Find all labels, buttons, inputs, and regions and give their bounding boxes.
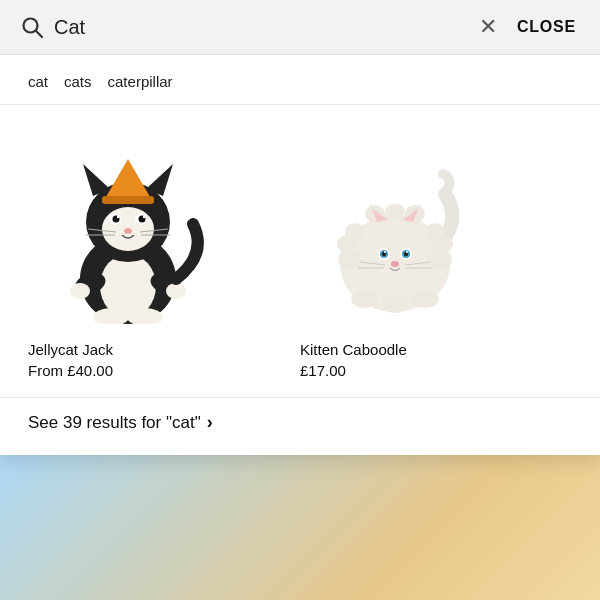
svg-point-48: [406, 251, 408, 253]
clear-button[interactable]: ✕: [473, 14, 503, 40]
svg-point-13: [143, 216, 145, 218]
svg-point-49: [391, 261, 399, 267]
svg-point-47: [384, 251, 386, 253]
svg-point-37: [351, 290, 379, 308]
product-name-kitten-caboodle: Kitten Caboodle: [300, 341, 572, 358]
clear-icon: ✕: [479, 14, 497, 40]
see-results-text: See 39 results for "cat": [28, 413, 201, 433]
svg-point-40: [365, 231, 425, 287]
close-button[interactable]: CLOSE: [513, 18, 580, 36]
product-card-jellycat-jack[interactable]: Jellycat Jack From £40.00: [28, 129, 300, 379]
suggestion-cats[interactable]: cats: [64, 73, 92, 90]
search-icon: [20, 15, 44, 39]
svg-marker-19: [103, 159, 153, 202]
svg-point-30: [345, 223, 365, 241]
svg-point-38: [381, 295, 409, 313]
product-image-jellycat-jack: [28, 129, 228, 329]
svg-rect-20: [102, 196, 154, 204]
svg-line-1: [36, 31, 42, 37]
product-price-kitten-caboodle: £17.00: [300, 362, 572, 379]
suggestion-cat[interactable]: cat: [28, 73, 48, 90]
svg-point-33: [425, 223, 445, 241]
svg-point-24: [166, 283, 186, 299]
product-card-kitten-caboodle[interactable]: Kitten Caboodle £17.00: [300, 129, 572, 379]
suggestions-row: cat cats caterpillar: [0, 55, 600, 105]
svg-point-39: [411, 290, 439, 308]
svg-point-14: [124, 228, 132, 234]
svg-point-22: [70, 283, 90, 299]
product-name-jellycat-jack: Jellycat Jack: [28, 341, 300, 358]
search-panel: ✕ CLOSE cat cats caterpillar: [0, 0, 600, 455]
product-image-kitten-caboodle: [300, 129, 500, 329]
product-price-jellycat-jack: From £40.00: [28, 362, 300, 379]
search-bar: ✕ CLOSE: [0, 0, 600, 55]
products-grid: Jellycat Jack From £40.00: [0, 105, 600, 397]
close-label: CLOSE: [517, 18, 576, 35]
arrow-right-icon: ›: [207, 412, 213, 433]
svg-point-12: [117, 216, 119, 218]
search-input[interactable]: [54, 16, 463, 39]
see-results-row[interactable]: See 39 results for "cat" ›: [0, 397, 600, 455]
suggestion-caterpillar[interactable]: caterpillar: [108, 73, 173, 90]
